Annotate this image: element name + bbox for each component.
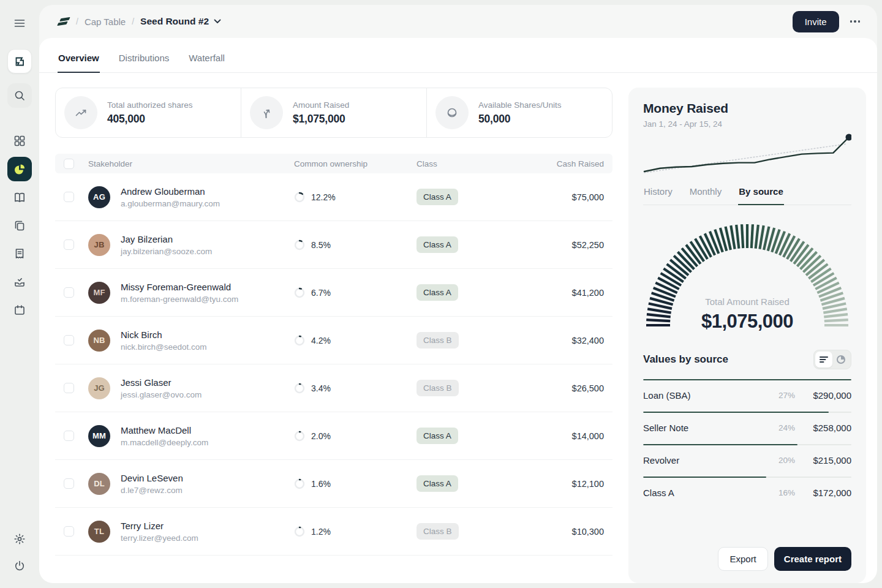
ownership-donut-icon [294, 383, 305, 394]
sidebar-item-copies[interactable] [7, 213, 32, 238]
table-row[interactable]: TL Terry Lizer terry.lizer@yeed.com 1.2%… [55, 508, 612, 556]
cap-table-section: Total authorized shares 405,000 [55, 88, 612, 583]
stakeholder-email: a.glouberman@maury.com [121, 199, 220, 208]
tab-waterfall[interactable]: Waterfall [188, 50, 225, 72]
content-panel: Overview Distributions Waterfall [39, 38, 877, 583]
ownership-value: 1.2% [311, 527, 331, 537]
coin-icon [435, 96, 469, 129]
table-row[interactable]: DL Devin LeSeven d.le7@rewz.com 1.6% Cla… [55, 460, 612, 508]
class-badge: Class A [417, 284, 458, 301]
stakeholder-name: Andrew Glouberman [121, 186, 220, 197]
avatar: NB [88, 330, 110, 352]
source-amount: $172,000 [807, 488, 851, 498]
gauge-value: $1,075,000 [643, 311, 851, 333]
app-root: / Cap Table / Seed Round #2 Invite Overv… [0, 0, 882, 588]
grid-icon [13, 134, 26, 148]
menu-toggle-button[interactable] [7, 11, 32, 36]
tab-history[interactable]: History [643, 181, 673, 205]
row-checkbox[interactable] [64, 431, 74, 441]
cash-raised-value: $75,000 [537, 192, 604, 202]
class-badge: Class B [417, 523, 459, 540]
table-row[interactable]: MF Missy Foreman-Greenwald m.foreman-gre… [55, 269, 612, 317]
source-percent: 24% [778, 423, 795, 432]
row-checkbox[interactable] [64, 478, 74, 489]
stakeholder-email: jessi.glaser@ovo.com [121, 390, 202, 399]
avatar-initials: DL [94, 479, 105, 488]
gauge-chart: Total Amount Raised $1,075,000 [643, 219, 851, 335]
stakeholder-name: Devin LeSeven [121, 473, 183, 483]
stakeholder-name: Terry Lizer [121, 521, 198, 531]
hamburger-icon [13, 17, 26, 30]
row-checkbox[interactable] [64, 287, 74, 298]
chevron-down-icon [214, 19, 221, 24]
app-logo[interactable] [7, 49, 32, 74]
settings-button[interactable] [7, 527, 32, 551]
source-amount: $215,000 [807, 455, 851, 466]
avatar-initials: TL [94, 527, 104, 536]
source-percent: 20% [778, 456, 795, 465]
row-checkbox[interactable] [64, 526, 74, 537]
page-body: Total authorized shares 405,000 [39, 73, 877, 583]
select-all-checkbox[interactable] [64, 159, 74, 169]
row-checkbox[interactable] [64, 383, 74, 393]
avatar: JB [88, 234, 110, 256]
row-checkbox[interactable] [64, 239, 74, 250]
tab-overview[interactable]: Overview [58, 50, 100, 72]
create-report-button[interactable]: Create report [774, 547, 851, 571]
sidebar-search-button[interactable] [7, 83, 32, 108]
table-row[interactable]: MM Matthew MacDell m.macdell@deeply.com … [55, 412, 612, 460]
stat-value: 405,000 [107, 113, 193, 126]
donut-view-icon [836, 355, 846, 364]
table-row[interactable]: NB Nick Birch nick.birch@seedot.com 4.2%… [55, 317, 612, 364]
sidebar-footer [7, 527, 32, 578]
source-row: Seller Note 24% $258,000 [643, 410, 851, 443]
table-header: Stakeholder Common ownership Class Cash … [55, 154, 612, 173]
sidebar-item-approvals[interactable] [7, 270, 32, 294]
class-badge: Class A [417, 428, 458, 444]
stat-label: Available Shares/Units [478, 100, 562, 110]
tab-by-source[interactable]: By source [738, 181, 784, 205]
ownership-donut-icon [294, 335, 305, 346]
table-row[interactable]: JG Jessi Glaser jessi.glaser@ovo.com 3.4… [55, 364, 612, 412]
stakeholder-email: jay.bilzerian@sooze.com [121, 247, 212, 256]
source-percent: 16% [778, 488, 795, 497]
source-row: Revolver 20% $215,000 [643, 443, 851, 475]
stakeholder-email: m.foreman-greenwald@tyu.com [121, 295, 238, 304]
logout-button[interactable] [7, 554, 32, 578]
sidebar-item-documents-book[interactable] [7, 185, 32, 209]
breadcrumb-section[interactable]: Cap Table [85, 17, 126, 27]
tab-monthly[interactable]: Monthly [689, 181, 723, 205]
table-row[interactable]: AG Andrew Glouberman a.glouberman@maury.… [55, 173, 612, 221]
row-checkbox[interactable] [64, 192, 74, 202]
donut-view-button[interactable] [832, 352, 850, 368]
list-view-button[interactable] [815, 352, 832, 368]
stakeholder-email: nick.birch@seedot.com [121, 342, 207, 352]
values-by-source-title: Values by source [643, 353, 728, 366]
sidebar-item-calendar[interactable] [7, 298, 32, 322]
sidebar-item-dashboard[interactable] [7, 129, 32, 153]
sidebar [0, 0, 39, 588]
ownership-value: 1.6% [311, 479, 331, 489]
cash-raised-value: $26,500 [537, 383, 604, 393]
power-icon [13, 559, 26, 573]
ownership-donut-icon [294, 478, 305, 489]
tab-distributions[interactable]: Distributions [118, 50, 170, 72]
source-row: Loan (SBA) 27% $290,000 [643, 378, 851, 410]
gear-icon [13, 532, 26, 546]
breadcrumb-current-dropdown[interactable]: Seed Round #2 [140, 16, 221, 27]
table-row[interactable]: JB Jay Bilzerian jay.bilzerian@sooze.com… [55, 221, 612, 269]
breadcrumb-current-label: Seed Round #2 [140, 16, 209, 27]
sidebar-item-cap-table[interactable] [7, 157, 32, 181]
source-label: Revolver [643, 455, 679, 466]
avatar-initials: MF [93, 288, 105, 297]
invite-button[interactable]: Invite [793, 11, 839, 32]
export-button[interactable]: Export [718, 547, 767, 571]
topbar: / Cap Table / Seed Round #2 Invite [39, 5, 877, 38]
stats-row: Total authorized shares 405,000 [55, 88, 612, 138]
trend-up-icon [64, 96, 97, 129]
column-class: Class [417, 159, 537, 168]
source-label: Class A [643, 488, 674, 498]
more-options-button[interactable] [849, 17, 862, 26]
sidebar-item-receipts[interactable] [7, 241, 32, 266]
row-checkbox[interactable] [64, 335, 74, 345]
